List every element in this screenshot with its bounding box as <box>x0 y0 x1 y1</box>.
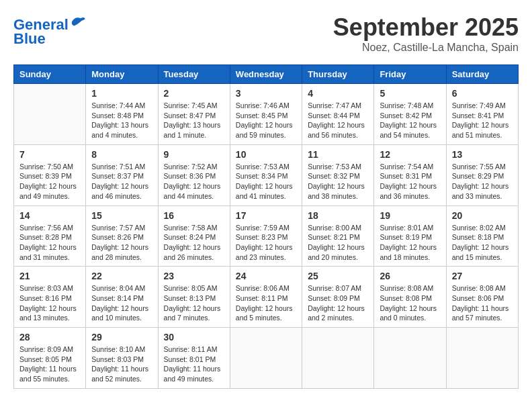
table-row: 21Sunrise: 8:03 AMSunset: 8:16 PMDayligh… <box>14 267 86 328</box>
table-row: 6Sunrise: 7:49 AMSunset: 8:41 PMDaylight… <box>446 84 518 145</box>
table-row: 11Sunrise: 7:53 AMSunset: 8:32 PMDayligh… <box>302 144 374 205</box>
day-info: Sunrise: 7:44 AMSunset: 8:48 PMDaylight:… <box>91 101 152 140</box>
table-row: 18Sunrise: 8:00 AMSunset: 8:21 PMDayligh… <box>302 205 374 267</box>
day-number: 30 <box>164 332 224 342</box>
table-row: 30Sunrise: 8:11 AMSunset: 8:01 PMDayligh… <box>158 328 230 389</box>
day-info: Sunrise: 7:45 AMSunset: 8:47 PMDaylight:… <box>164 101 224 140</box>
col-header-friday: Friday <box>374 65 446 84</box>
day-number: 21 <box>19 271 80 281</box>
logo-bird-icon <box>70 13 86 30</box>
day-number: 20 <box>452 210 513 221</box>
table-row: 20Sunrise: 8:02 AMSunset: 8:18 PMDayligh… <box>446 205 518 267</box>
day-info: Sunrise: 8:08 AMSunset: 8:08 PMDaylight:… <box>380 283 440 323</box>
day-number: 13 <box>452 149 513 160</box>
day-number: 15 <box>91 210 152 221</box>
table-row <box>14 84 86 145</box>
table-row: 3Sunrise: 7:46 AMSunset: 8:45 PMDaylight… <box>230 84 302 145</box>
col-header-wednesday: Wednesday <box>230 65 302 84</box>
title-area: September 2025 Noez, Castille-La Mancha,… <box>333 13 519 54</box>
day-number: 23 <box>164 271 224 281</box>
day-number: 29 <box>91 332 152 342</box>
day-info: Sunrise: 7:51 AMSunset: 8:37 PMDaylight:… <box>91 162 152 201</box>
table-row: 19Sunrise: 8:01 AMSunset: 8:19 PMDayligh… <box>374 205 446 267</box>
day-number: 6 <box>452 88 513 99</box>
day-number: 17 <box>236 210 296 221</box>
table-row: 12Sunrise: 7:54 AMSunset: 8:31 PMDayligh… <box>374 144 446 205</box>
table-row: 8Sunrise: 7:51 AMSunset: 8:37 PMDaylight… <box>86 144 158 205</box>
table-row <box>374 328 446 389</box>
table-row: 28Sunrise: 8:09 AMSunset: 8:05 PMDayligh… <box>14 328 86 389</box>
day-info: Sunrise: 7:46 AMSunset: 8:45 PMDaylight:… <box>236 101 296 140</box>
table-row: 2Sunrise: 7:45 AMSunset: 8:47 PMDaylight… <box>158 84 230 145</box>
day-number: 14 <box>19 210 80 221</box>
day-number: 24 <box>236 271 296 281</box>
col-header-sunday: Sunday <box>14 65 86 84</box>
day-info: Sunrise: 8:00 AMSunset: 8:21 PMDaylight:… <box>308 223 368 263</box>
day-number: 11 <box>308 149 368 160</box>
day-number: 7 <box>19 149 80 160</box>
day-info: Sunrise: 8:06 AMSunset: 8:11 PMDaylight:… <box>236 283 296 323</box>
day-info: Sunrise: 7:53 AMSunset: 8:32 PMDaylight:… <box>308 162 368 201</box>
location-title: Noez, Castille-La Mancha, Spain <box>333 42 519 54</box>
day-number: 28 <box>19 332 80 342</box>
day-info: Sunrise: 8:07 AMSunset: 8:09 PMDaylight:… <box>308 283 368 323</box>
col-header-saturday: Saturday <box>446 65 518 84</box>
table-row: 24Sunrise: 8:06 AMSunset: 8:11 PMDayligh… <box>230 267 302 328</box>
table-row: 7Sunrise: 7:50 AMSunset: 8:39 PMDaylight… <box>14 144 86 205</box>
table-row <box>230 328 302 389</box>
day-number: 25 <box>308 271 368 281</box>
day-info: Sunrise: 7:48 AMSunset: 8:42 PMDaylight:… <box>380 101 440 140</box>
day-info: Sunrise: 7:57 AMSunset: 8:26 PMDaylight:… <box>91 223 152 263</box>
col-header-thursday: Thursday <box>302 65 374 84</box>
day-number: 27 <box>452 271 513 281</box>
day-number: 16 <box>164 210 224 221</box>
day-number: 2 <box>164 88 224 99</box>
table-row: 23Sunrise: 8:05 AMSunset: 8:13 PMDayligh… <box>158 267 230 328</box>
table-row: 5Sunrise: 7:48 AMSunset: 8:42 PMDaylight… <box>374 84 446 145</box>
logo: General Blue <box>13 13 86 48</box>
day-number: 26 <box>380 271 440 281</box>
day-info: Sunrise: 8:10 AMSunset: 8:03 PMDaylight:… <box>91 345 152 384</box>
table-row <box>302 328 374 389</box>
day-info: Sunrise: 8:08 AMSunset: 8:06 PMDaylight:… <box>452 283 513 323</box>
day-number: 4 <box>308 88 368 99</box>
day-info: Sunrise: 7:59 AMSunset: 8:23 PMDaylight:… <box>236 223 296 263</box>
table-row: 1Sunrise: 7:44 AMSunset: 8:48 PMDaylight… <box>86 84 158 145</box>
table-row: 25Sunrise: 8:07 AMSunset: 8:09 PMDayligh… <box>302 267 374 328</box>
day-number: 19 <box>380 210 440 221</box>
table-row: 13Sunrise: 7:55 AMSunset: 8:29 PMDayligh… <box>446 144 518 205</box>
day-info: Sunrise: 7:54 AMSunset: 8:31 PMDaylight:… <box>380 162 440 201</box>
table-row: 26Sunrise: 8:08 AMSunset: 8:08 PMDayligh… <box>374 267 446 328</box>
day-info: Sunrise: 8:11 AMSunset: 8:01 PMDaylight:… <box>164 345 224 384</box>
day-number: 22 <box>91 271 152 281</box>
day-number: 3 <box>236 88 296 99</box>
col-header-monday: Monday <box>86 65 158 84</box>
table-row: 15Sunrise: 7:57 AMSunset: 8:26 PMDayligh… <box>86 205 158 267</box>
table-row: 22Sunrise: 8:04 AMSunset: 8:14 PMDayligh… <box>86 267 158 328</box>
month-title: September 2025 <box>333 13 519 42</box>
day-info: Sunrise: 8:01 AMSunset: 8:19 PMDaylight:… <box>380 223 440 263</box>
day-info: Sunrise: 7:50 AMSunset: 8:39 PMDaylight:… <box>19 162 80 201</box>
day-number: 12 <box>380 149 440 160</box>
day-info: Sunrise: 7:58 AMSunset: 8:24 PMDaylight:… <box>164 223 224 263</box>
day-info: Sunrise: 8:04 AMSunset: 8:14 PMDaylight:… <box>91 283 152 323</box>
day-info: Sunrise: 7:53 AMSunset: 8:34 PMDaylight:… <box>236 162 296 201</box>
table-row: 4Sunrise: 7:47 AMSunset: 8:44 PMDaylight… <box>302 84 374 145</box>
day-info: Sunrise: 7:49 AMSunset: 8:41 PMDaylight:… <box>452 101 513 140</box>
day-number: 18 <box>308 210 368 221</box>
table-row: 27Sunrise: 8:08 AMSunset: 8:06 PMDayligh… <box>446 267 518 328</box>
calendar: SundayMondayTuesdayWednesdayThursdayFrid… <box>13 64 519 389</box>
table-row <box>446 328 518 389</box>
day-number: 10 <box>236 149 296 160</box>
table-row: 29Sunrise: 8:10 AMSunset: 8:03 PMDayligh… <box>86 328 158 389</box>
day-info: Sunrise: 7:56 AMSunset: 8:28 PMDaylight:… <box>19 223 80 263</box>
table-row: 16Sunrise: 7:58 AMSunset: 8:24 PMDayligh… <box>158 205 230 267</box>
day-number: 1 <box>91 88 152 99</box>
col-header-tuesday: Tuesday <box>158 65 230 84</box>
day-info: Sunrise: 8:05 AMSunset: 8:13 PMDaylight:… <box>164 283 224 323</box>
day-info: Sunrise: 7:47 AMSunset: 8:44 PMDaylight:… <box>308 101 368 140</box>
day-number: 9 <box>164 149 224 160</box>
day-info: Sunrise: 8:02 AMSunset: 8:18 PMDaylight:… <box>452 223 513 263</box>
day-info: Sunrise: 8:03 AMSunset: 8:16 PMDaylight:… <box>19 283 80 323</box>
day-info: Sunrise: 7:55 AMSunset: 8:29 PMDaylight:… <box>452 162 513 201</box>
